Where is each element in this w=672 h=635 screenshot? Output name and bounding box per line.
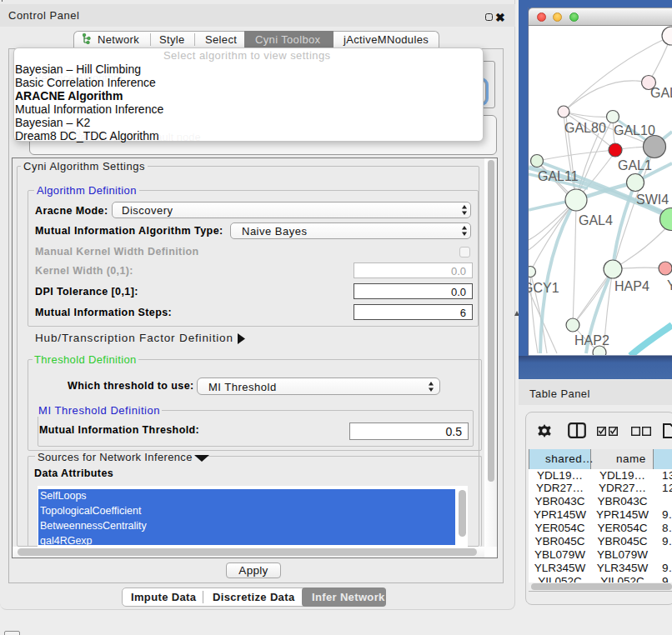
svg-text:GAL10: GAL10 (614, 123, 655, 138)
svg-text:HAP4: HAP4 (614, 279, 649, 293)
svg-text:GAL11: GAL11 (538, 169, 579, 183)
svg-text:SWI4: SWI4 (636, 192, 669, 207)
svg-text:GAL80: GAL80 (564, 121, 606, 135)
svg-text:HAP2: HAP2 (574, 333, 609, 348)
svg-text:GAL1: GAL1 (618, 158, 652, 172)
svg-text:GAL4: GAL4 (579, 213, 613, 228)
svg-text:GAL7: GAL7 (650, 86, 672, 100)
svg-text:Y: Y (667, 278, 672, 292)
svg-text:GCY1: GCY1 (529, 281, 559, 295)
